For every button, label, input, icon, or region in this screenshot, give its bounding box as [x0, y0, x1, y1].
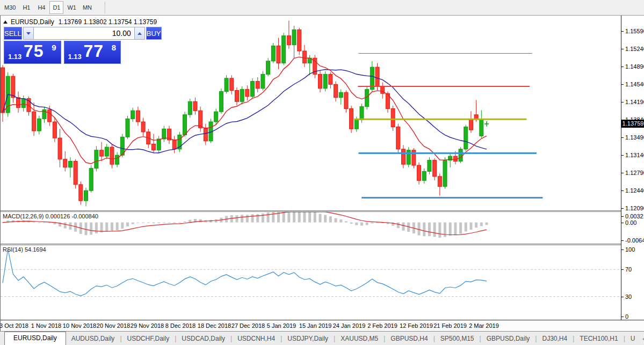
price-axis: 1.155901.152401.148901.145401.141901.138…: [621, 16, 644, 320]
date-tick: 5 Jan 2019: [267, 322, 296, 329]
rsi-chart[interactable]: [1, 245, 621, 320]
timeframe-toolbar: M30H1H4D1W1MN: [0, 0, 644, 16]
date-axis: 23 Oct 20181 Nov 201810 Nov 201820 Nov 2…: [1, 320, 644, 331]
collapse-arrow-icon[interactable]: [3, 20, 8, 24]
timeframe-button-h1[interactable]: H1: [19, 1, 33, 14]
one-click-trade-widget: SELL BUY 1.13 75 9 1.13: [4, 27, 121, 64]
buy-price-big: 77: [84, 41, 104, 61]
price-tick: 1.12790: [621, 170, 644, 176]
date-tick: 2 Mar 2019: [469, 322, 499, 329]
current-price-badge: 1.13759: [621, 120, 644, 128]
sell-price-prefix: 1.13: [8, 53, 21, 61]
price-tick: 1.12090: [621, 205, 644, 211]
horizontal-trend-lines[interactable]: [354, 54, 542, 198]
date-tick: 21 Feb 2019: [433, 322, 467, 329]
date-tick: 27 Dec 2018: [231, 322, 265, 329]
buy-price-panel[interactable]: 1.13 77 8: [64, 41, 121, 64]
volume-decrease-button[interactable]: [23, 27, 34, 40]
macd-label: MACD(12,26,9) 0.000126 -0.000840: [3, 213, 98, 219]
rsi-tick: 100: [621, 246, 644, 253]
macd-panel[interactable]: MACD(12,26,9) 0.000126 -0.000840: [1, 212, 621, 244]
rsi-panel[interactable]: RSI(14) 54.1694: [1, 245, 621, 320]
price-tick: 1.12440: [621, 187, 644, 194]
price-tick: 1.14540: [621, 81, 644, 87]
buy-price-pip: 8: [112, 43, 116, 52]
price-tick: 1.13490: [621, 134, 644, 141]
sell-button[interactable]: SELL: [4, 27, 22, 40]
chart-tab-usdcad[interactable]: USDCAD,Daily: [176, 333, 230, 345]
date-tick: 12 Feb 2019: [400, 322, 433, 329]
chart-window: EURUSD,Daily 1.13769 1.13802 1.13754 1.1…: [0, 16, 644, 331]
date-tick: 18 Dec 2018: [198, 322, 231, 329]
date-tick: 24 Jan 2019: [333, 322, 366, 329]
chart-header: EURUSD,Daily 1.13769 1.13802 1.13754 1.1…: [3, 18, 157, 26]
date-tick: 15 Jan 2019: [299, 322, 332, 329]
chevron-down-icon: [26, 32, 31, 35]
buy-price-prefix: 1.13: [68, 53, 82, 61]
symbol-title: EURUSD,Daily: [11, 18, 54, 26]
sell-price-panel[interactable]: 1.13 75 9: [4, 41, 61, 64]
date-tick: 1 Nov 2018: [31, 322, 61, 329]
chart-tab-tech100[interactable]: TECH100,H1: [574, 333, 623, 345]
chart-tab-sp500[interactable]: SP500,M15: [435, 333, 480, 345]
chart-tab-usdjpy[interactable]: USDJPY,Daily: [282, 333, 334, 345]
chart-tab-usdchf[interactable]: USDCHF,Daily: [122, 333, 175, 345]
mt4-workspace: M30H1H4D1W1MN EURUSD,Daily 1.13769 1.138…: [0, 0, 644, 345]
chevron-up-icon: [138, 32, 142, 35]
volume-increase-button[interactable]: [134, 27, 145, 40]
timeframe-button-d1[interactable]: D1: [49, 1, 63, 14]
date-tick: 10 Nov 2018: [63, 322, 96, 329]
price-tick: 1.15240: [621, 46, 644, 52]
volume-input[interactable]: [34, 27, 134, 40]
rsi-tick: 70: [621, 266, 644, 273]
date-tick: 20 Nov 2018: [97, 322, 130, 329]
chart-tab-u[interactable]: U: [625, 333, 641, 345]
price-tick: 1.14890: [621, 63, 644, 70]
sell-price-pip: 9: [52, 43, 56, 52]
chart-tab-usdcnh[interactable]: USDCNH,H4: [232, 333, 280, 345]
chart-tab-gbpusd[interactable]: GBPUSD,H4: [385, 333, 433, 345]
tab-scroll-arrows: [640, 337, 644, 345]
chart-tab-gbpusd[interactable]: GBPUSD,Daily: [481, 333, 536, 345]
macd-tick: -0.006485: [621, 237, 644, 244]
date-tick: 23 Oct 2018: [0, 322, 28, 329]
price-tick: 1.14190: [621, 99, 644, 105]
chart-tab-eurusd[interactable]: EURUSD,Daily: [4, 332, 66, 345]
price-tick: 1.13140: [621, 152, 644, 158]
toolbar-separator: [105, 2, 105, 13]
rsi-line: [3, 249, 487, 296]
ma-slow-line: [3, 70, 487, 153]
date-tick: 29 Nov 2018: [131, 322, 164, 329]
buy-button[interactable]: BUY: [146, 27, 162, 40]
chart-tab-xauusd[interactable]: XAUUSD,M5: [335, 333, 383, 345]
ohlc-values: 1.13769 1.13802 1.13754 1.13759: [59, 18, 157, 26]
rsi-tick: 0: [621, 313, 644, 320]
price-tick: 1.15590: [621, 28, 644, 34]
price-chart-panel[interactable]: EURUSD,Daily 1.13769 1.13802 1.13754 1.1…: [1, 16, 621, 210]
chart-tab-dj30[interactable]: DJ30,H4: [537, 333, 573, 345]
chart-tab-audusd[interactable]: AUDUSD,Daily: [66, 333, 120, 345]
sell-price-big: 75: [24, 41, 44, 61]
volume-spinner: [23, 27, 145, 40]
rsi-label: RSI(14) 54.1694: [3, 246, 46, 253]
macd-tick: 0.00: [621, 219, 644, 226]
rsi-tick: 30: [621, 293, 644, 300]
timeframe-button-w1[interactable]: W1: [64, 1, 79, 14]
chart-tabs-bar: EURUSD,DailyAUDUSD,Daily|USDCHF,Daily|US…: [0, 331, 644, 345]
timeframe-button-h4[interactable]: H4: [34, 1, 48, 14]
timeframe-button-mn[interactable]: MN: [80, 1, 95, 14]
ma-fast-line: [3, 57, 487, 164]
date-tick: 8 Dec 2018: [165, 322, 196, 329]
timeframe-button-m30[interactable]: M30: [2, 1, 18, 14]
date-tick: 2 Feb 2019: [367, 322, 397, 329]
macd-tick: 0.003216: [621, 213, 644, 219]
